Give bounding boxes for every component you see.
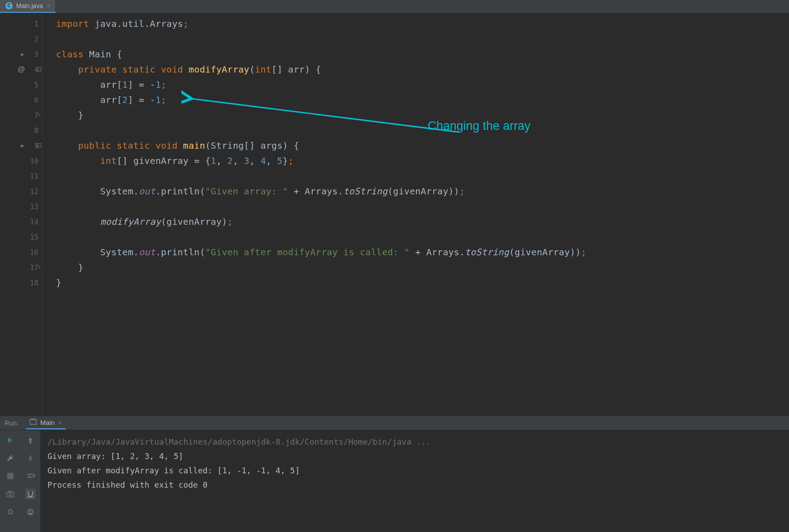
soft-wrap-icon[interactable]	[25, 471, 36, 481]
gutter-row[interactable]: ▶3	[0, 47, 42, 62]
code-line[interactable]: public static void main(String[] args) {	[56, 138, 789, 153]
close-tab-icon[interactable]: ×	[47, 2, 50, 9]
console-output[interactable]: /Library/Java/JavaVirtualMachines/adopto…	[40, 430, 789, 532]
gutter-row[interactable]: 5	[0, 77, 42, 92]
code-line[interactable]: int[] givenArray = {1, 2, 3, 4, 5};	[56, 153, 789, 168]
up-arrow-icon[interactable]	[25, 435, 36, 446]
line-number: 8	[29, 126, 39, 135]
run-line-marker-icon[interactable]: ▶	[21, 51, 24, 57]
line-number: 15	[29, 233, 39, 241]
svg-rect-6	[31, 419, 35, 420]
svg-rect-10	[9, 491, 11, 492]
gutter-row[interactable]: 11	[0, 168, 42, 184]
down-arrow-icon[interactable]	[25, 453, 36, 463]
line-number: 14	[29, 218, 39, 226]
gutter-row[interactable]: 2	[0, 31, 42, 47]
editor-tab-main-java[interactable]: C Main.java ×	[0, 0, 56, 13]
run-config-icon	[30, 418, 37, 427]
gutter-row[interactable]: 1	[0, 16, 42, 31]
code-line[interactable]: System.out.println("Given after modifyAr…	[56, 245, 789, 260]
svg-rect-5	[30, 420, 36, 425]
svg-rect-14	[29, 509, 32, 511]
gutter-row[interactable]: 15	[0, 229, 42, 245]
rerun-button[interactable]	[5, 435, 16, 446]
code-line[interactable]: arr[1] = -1;	[56, 77, 789, 92]
console-line: /Library/Java/JavaVirtualMachines/adopto…	[47, 435, 782, 449]
code-line[interactable]: import java.util.Arrays;	[56, 16, 789, 31]
gutter-row[interactable]: 18	[0, 275, 42, 290]
svg-point-11	[9, 510, 12, 514]
run-header: Run: Main ×	[0, 416, 789, 430]
code-line[interactable]: arr[2] = -1;	[56, 92, 789, 107]
line-number: 1	[29, 20, 39, 28]
gutter-row[interactable]: 6	[0, 92, 42, 107]
java-class-icon: C	[5, 2, 13, 9]
gutter-row[interactable]: 13	[0, 199, 42, 214]
debug-settings-icon[interactable]	[5, 506, 16, 517]
gutter-row[interactable]: 7	[0, 107, 42, 123]
code-line[interactable]	[56, 31, 789, 47]
run-panel-label: Run:	[4, 419, 19, 427]
gutter-row[interactable]: ▶9	[0, 138, 42, 153]
console-line: Process finished with exit code 0	[47, 478, 782, 492]
close-run-tab-icon[interactable]: ×	[58, 419, 62, 426]
fold-toggle-icon[interactable]	[37, 67, 41, 72]
editor-tab-label: Main.java	[16, 2, 43, 9]
code-line[interactable]	[56, 199, 789, 214]
editor-gutter: 12▶3@45678▶9101112131415161718	[0, 13, 43, 416]
code-line[interactable]: class Main {	[56, 47, 789, 62]
scroll-to-end-icon[interactable]	[25, 489, 36, 499]
run-line-marker-icon[interactable]: ▶	[21, 142, 24, 149]
gutter-row[interactable]: 8	[0, 123, 42, 138]
camera-icon[interactable]	[5, 489, 16, 499]
code-line[interactable]: System.out.println("Given array: " + Arr…	[56, 184, 789, 199]
line-number: 5	[29, 81, 39, 89]
fold-toggle-icon[interactable]	[37, 113, 41, 117]
console-line: Given after modifyArray is called: [1, -…	[47, 463, 782, 478]
run-toolbar-col2	[20, 430, 40, 532]
fold-toggle-icon[interactable]	[37, 143, 41, 148]
code-line[interactable]	[56, 168, 789, 184]
stop-button[interactable]	[5, 471, 16, 481]
svg-point-9	[9, 493, 12, 496]
run-config-tab[interactable]: Main ×	[26, 417, 66, 429]
line-number: 12	[29, 187, 39, 196]
line-number: 11	[29, 172, 39, 180]
line-number: 18	[29, 279, 39, 287]
code-area[interactable]: Changing the array import java.util.Arra…	[43, 13, 789, 416]
line-number: 2	[29, 35, 39, 43]
gutter-row[interactable]: @4	[0, 62, 42, 77]
line-number: 3	[29, 50, 39, 59]
svg-rect-15	[29, 513, 32, 515]
svg-rect-8	[7, 492, 14, 497]
run-config-name: Main	[40, 419, 55, 426]
code-line[interactable]	[56, 229, 789, 245]
gutter-row[interactable]: 14	[0, 214, 42, 229]
fold-toggle-icon[interactable]	[37, 265, 41, 270]
line-number: 6	[29, 96, 39, 104]
gutter-row[interactable]: 16	[0, 245, 42, 260]
line-number: 16	[29, 248, 39, 257]
line-number: 10	[29, 157, 39, 165]
wrench-icon[interactable]	[5, 453, 16, 463]
run-tool-window: Run: Main × /Library/Java/JavaVirtualMac…	[0, 416, 789, 532]
code-line[interactable]	[56, 123, 789, 138]
code-line[interactable]: private static void modifyArray(int[] ar…	[56, 62, 789, 77]
code-line[interactable]: modifyArray(givenArray);	[56, 214, 789, 229]
code-line[interactable]: }	[56, 107, 789, 123]
override-marker-icon[interactable]: @	[17, 65, 25, 74]
gutter-row[interactable]: 12	[0, 184, 42, 199]
code-line[interactable]: }	[56, 275, 789, 290]
editor-tab-bar: C Main.java ×	[0, 0, 789, 13]
line-number: 13	[29, 202, 39, 211]
run-toolbar-col1	[0, 430, 20, 532]
gutter-row[interactable]: 17	[0, 260, 42, 275]
code-line[interactable]: }	[56, 260, 789, 275]
code-editor[interactable]: 12▶3@45678▶9101112131415161718 Changing …	[0, 13, 789, 416]
gutter-row[interactable]: 10	[0, 153, 42, 168]
print-icon[interactable]	[25, 506, 36, 517]
console-line: Given array: [1, 2, 3, 4, 5]	[47, 449, 782, 463]
svg-rect-7	[7, 473, 13, 479]
